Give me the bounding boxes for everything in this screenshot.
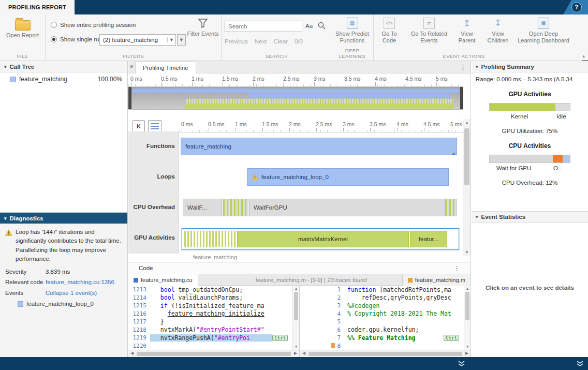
collapse-toolstrip-button[interactable]: ▴ bbox=[582, 54, 585, 58]
gpu-kernel-stripes[interactable] bbox=[184, 231, 236, 247]
diagnostics-header[interactable]: ▾ Diagnostics bbox=[0, 213, 127, 224]
match-case-toggle[interactable]: Aa bbox=[305, 23, 313, 29]
cu-editor-vscroll[interactable]: ▲▼ bbox=[292, 286, 299, 350]
m-file-tab[interactable]: feature_matching.m bbox=[402, 274, 471, 286]
radio-single-label: Show single run bbox=[60, 36, 102, 42]
overview-loops-band bbox=[249, 94, 450, 98]
time-tick-label: 2.5 ms bbox=[316, 121, 332, 127]
events-collapse-link[interactable]: Collapse 1 event(s) bbox=[46, 289, 122, 298]
code-line[interactable]: 6coder.gpu.kernelfun; bbox=[300, 326, 471, 334]
code-line[interactable]: 5 bbox=[300, 318, 471, 326]
run-selector-combo[interactable]: (2) feature_matching ▼ bbox=[99, 34, 176, 46]
call-tree-header[interactable]: ▾ Call Tree bbox=[0, 61, 127, 72]
relevant-code-link[interactable]: feature_matching.cu:1356 bbox=[46, 278, 122, 287]
panel-drag-handle[interactable]: ≡ bbox=[130, 63, 133, 69]
event-list-button[interactable] bbox=[148, 120, 161, 132]
timeline-vertical-scrollbar[interactable]: ▲ ▼ bbox=[463, 119, 471, 256]
file-section: Open Report FILE bbox=[0, 14, 46, 61]
timeline-overview[interactable] bbox=[128, 87, 463, 110]
profiling-report-tab[interactable]: PROFILING REPORT bbox=[0, 0, 75, 14]
cu-editor-hscroll[interactable]: ◀▶ bbox=[128, 350, 300, 357]
radio-show-single-run[interactable]: Show single run bbox=[51, 36, 102, 42]
search-input[interactable] bbox=[225, 21, 302, 32]
restore-code-panel-icon[interactable] bbox=[458, 360, 465, 368]
code-line[interactable]: 1215 if (!isInitialized_feature_ma bbox=[128, 302, 299, 310]
gpu-selected-group[interactable]: matrixMatrixKernel featur... bbox=[182, 228, 459, 250]
code-line[interactable]: 1function [matchedRefPoints,ma bbox=[300, 286, 471, 294]
code-line[interactable]: 1218 nvtxMarkA("#entryPointStart#" bbox=[128, 326, 299, 334]
cpu-bar-waitf[interactable]: WaitF... bbox=[183, 199, 222, 216]
m-editor-hscroll[interactable]: ◀▶ bbox=[300, 350, 471, 357]
clear-button[interactable]: Clear bbox=[273, 38, 287, 45]
view-children-button[interactable]: ↧ View Children bbox=[484, 18, 511, 43]
cu-file-tab[interactable]: feature_matching.cu bbox=[128, 274, 198, 286]
code-line[interactable]: 8 bbox=[300, 342, 471, 350]
search-icon[interactable] bbox=[318, 22, 326, 31]
line-number: 2 bbox=[300, 294, 344, 301]
diagnostics-panel: ▾ Diagnostics Loop has '1447' iterations… bbox=[0, 212, 127, 357]
code-line[interactable]: 1219 nvtxRangePushA("#entryPoiCtrl bbox=[128, 334, 299, 342]
go-to-related-events-button[interactable]: ⇄ Go To Related Events bbox=[409, 18, 449, 43]
m-file-icon bbox=[408, 278, 413, 283]
code-line[interactable]: 1214 bool validLaunchParams; bbox=[128, 294, 299, 302]
scroll-down-icon[interactable]: ▼ bbox=[463, 250, 471, 255]
open-deep-learning-dashboard-button[interactable]: ▣ Open Deep Learning Dashboard bbox=[518, 18, 569, 43]
cpu-stripe-segment[interactable] bbox=[223, 199, 248, 216]
code-line[interactable]: 2 refDesc,qryPoints,qryDesc bbox=[300, 294, 471, 302]
next-button[interactable]: Next bbox=[255, 38, 267, 45]
code-line[interactable]: 1220 bbox=[128, 342, 299, 350]
code-line[interactable]: 1216 feature_matching_initialize bbox=[128, 310, 299, 318]
line-number: 6 bbox=[300, 327, 344, 333]
funnel-icon bbox=[197, 18, 209, 29]
trace-file-range: feature_matching.m - [9-9] | bbox=[256, 277, 326, 283]
cu-editor[interactable]: 1213 bool tmp_outdatedOnCpu;1214 bool va… bbox=[128, 286, 300, 350]
open-report-button[interactable]: Open Report bbox=[0, 18, 45, 39]
overview-cpu-band bbox=[185, 99, 453, 103]
loops-bar-feature-matching-loop-0[interactable]: feature_matching_loop_0 bbox=[247, 168, 449, 186]
functions-bar-feature-matching[interactable]: feature_matching bbox=[181, 138, 457, 155]
filter-events-button[interactable]: Filter Events bbox=[186, 18, 219, 37]
m-editor[interactable]: 1function [matchedRefPoints,ma2 refDesc,… bbox=[300, 286, 471, 350]
code-menu-button[interactable]: ⋮ bbox=[453, 264, 460, 272]
scroll-thumb[interactable] bbox=[464, 128, 469, 185]
profiling-timeline-tab[interactable]: Profiling Timeline bbox=[135, 62, 196, 73]
help-button[interactable]: ? bbox=[571, 2, 582, 12]
view-parent-button[interactable]: ↥ View Parent bbox=[455, 18, 478, 43]
m-editor-vscroll[interactable]: ▲▼ bbox=[464, 286, 471, 350]
kernel-legend-label: Kernel bbox=[511, 113, 528, 120]
cpu-bar-waitforgpu[interactable]: WaitForGPU bbox=[249, 199, 445, 216]
filter-events-label: Filter Events bbox=[187, 31, 218, 37]
previous-button[interactable]: Previous bbox=[225, 38, 248, 45]
code-line[interactable]: 7%% Feature MatchingCtrl bbox=[300, 334, 471, 342]
run-selector-dropdown-button[interactable]: ▼ bbox=[177, 34, 186, 46]
view-children-label: View Children bbox=[484, 31, 511, 43]
call-tree-root-row[interactable]: feature_matching 100.00% bbox=[0, 72, 127, 85]
loop-event-item[interactable]: feature_matching_loop_0 bbox=[18, 300, 122, 308]
profiling-summary-header[interactable]: ▾ Profiling Summary bbox=[472, 61, 588, 72]
cpu-activity-bar bbox=[489, 155, 570, 163]
code-line[interactable]: 1213 bool tmp_outdatedOnCpu; bbox=[128, 286, 299, 294]
time-tick-label: 2 ms bbox=[253, 76, 264, 82]
run-selector-value: (2) feature_matching bbox=[100, 37, 167, 43]
cpu-stripe-segment-end[interactable] bbox=[445, 199, 457, 216]
overview-time-ruler: 0 ms0.5 ms1 ms1.5 ms2 ms2.5 ms3 ms3.5 ms… bbox=[128, 73, 463, 87]
code-line[interactable]: 4% Copyright 2018-2021 The Mat bbox=[300, 310, 471, 318]
radio-selected-icon bbox=[51, 36, 57, 42]
keyboard-shortcuts-button[interactable]: K bbox=[133, 120, 145, 132]
show-predict-functions-button[interactable]: ▦ Show Predict Functions bbox=[331, 18, 373, 43]
code-panel: Code ⋮ feature_matching.cu feature_match… bbox=[128, 262, 471, 357]
overview-left-handle[interactable] bbox=[128, 87, 131, 109]
gpu-bar-tail[interactable]: featur... bbox=[410, 231, 447, 247]
scroll-up-icon[interactable]: ▲ bbox=[463, 121, 471, 125]
code-line[interactable]: 1217 } bbox=[128, 318, 299, 326]
overview-right-handle[interactable] bbox=[460, 87, 463, 109]
code-line[interactable]: 3%#codegen bbox=[300, 302, 471, 310]
go-to-code-button[interactable]: </> Go To Code bbox=[376, 18, 403, 43]
timeline-menu-button[interactable]: ⋮ bbox=[460, 63, 466, 71]
search-section: Aa Previous Next Clear 0/0 SEARCH bbox=[222, 14, 331, 61]
event-statistics-header[interactable]: ▾ Event Statistics bbox=[472, 211, 588, 223]
gpu-bar-matrixmatrixkernel[interactable]: matrixMatrixKernel bbox=[237, 231, 409, 247]
time-tick-label: 0 ms bbox=[181, 121, 193, 127]
restore-panel-icon[interactable] bbox=[576, 360, 584, 368]
radio-show-entire-session[interactable]: Show entire profiling session bbox=[51, 22, 136, 28]
